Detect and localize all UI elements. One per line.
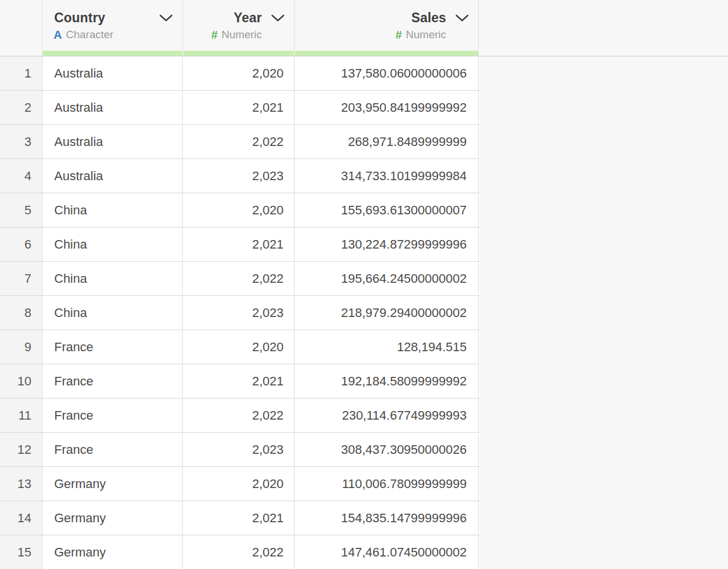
row-number: 1 bbox=[0, 56, 43, 90]
cell-year: 2,023 bbox=[183, 159, 295, 193]
table-header: Country A Character Year # Numeric bbox=[0, 0, 728, 56]
table-row: 14 Germany 2,021 154,835.14799999996 bbox=[0, 501, 479, 535]
row-number: 11 bbox=[0, 399, 43, 432]
cell-country: Australia bbox=[43, 91, 183, 124]
column-type-label: Numeric bbox=[406, 29, 446, 41]
column-type-label: Numeric bbox=[221, 29, 262, 41]
cell-year: 2,022 bbox=[183, 399, 295, 432]
cell-sales: 192,184.58099999992 bbox=[295, 364, 479, 398]
cell-sales: 155,693.61300000007 bbox=[295, 193, 479, 227]
cell-country: France bbox=[43, 399, 183, 432]
cell-country: China bbox=[43, 262, 183, 295]
row-number: 12 bbox=[0, 433, 43, 466]
cell-year: 2,023 bbox=[183, 296, 295, 330]
row-number: 9 bbox=[0, 330, 43, 364]
cell-country: Germany bbox=[43, 467, 183, 501]
row-number: 7 bbox=[0, 262, 43, 295]
cell-year: 2,021 bbox=[183, 501, 295, 535]
cell-sales: 137,580.06000000006 bbox=[295, 56, 479, 90]
cell-country: Australia bbox=[43, 125, 183, 158]
row-number: 10 bbox=[0, 364, 43, 398]
table-row: 6 China 2,021 130,224.87299999996 bbox=[0, 227, 479, 262]
table-row: 5 China 2,020 155,693.61300000007 bbox=[0, 193, 479, 227]
chevron-down-icon[interactable] bbox=[159, 14, 173, 22]
column-title: Year bbox=[234, 10, 262, 26]
cell-sales: 128,194.515 bbox=[295, 330, 479, 364]
cell-country: Australia bbox=[43, 56, 183, 90]
column-title: Country bbox=[54, 10, 106, 26]
table-row: 7 China 2,022 195,664.24500000002 bbox=[0, 262, 479, 296]
cell-year: 2,020 bbox=[183, 193, 295, 227]
cell-sales: 308,437.30950000026 bbox=[295, 433, 479, 466]
column-type-row: # Numeric bbox=[183, 27, 294, 42]
column-header-sales[interactable]: Sales # Numeric bbox=[295, 0, 479, 56]
table-row: 2 Australia 2,021 203,950.84199999992 bbox=[0, 91, 479, 125]
table-row: 1 Australia 2,020 137,580.06000000006 bbox=[0, 56, 479, 91]
row-number: 15 bbox=[0, 535, 43, 569]
cell-sales: 203,950.84199999992 bbox=[295, 91, 479, 124]
column-title-row: Sales bbox=[295, 9, 478, 27]
row-number: 13 bbox=[0, 467, 43, 501]
table-body: 1 Australia 2,020 137,580.06000000006 2 … bbox=[0, 56, 479, 569]
cell-sales: 314,733.10199999984 bbox=[295, 159, 479, 193]
cell-country: France bbox=[43, 364, 183, 398]
row-number: 3 bbox=[0, 125, 43, 158]
row-number-header bbox=[0, 0, 43, 56]
cell-country: China bbox=[43, 193, 183, 227]
column-type-label: Character bbox=[66, 29, 113, 41]
cell-country: China bbox=[43, 227, 183, 261]
column-summary-bar bbox=[295, 51, 478, 56]
column-summary-bar bbox=[43, 51, 182, 56]
cell-country: Australia bbox=[43, 159, 183, 193]
table-row: 9 France 2,020 128,194.515 bbox=[0, 330, 479, 364]
row-number: 2 bbox=[0, 91, 43, 124]
row-number: 6 bbox=[0, 227, 43, 261]
cell-year: 2,022 bbox=[183, 262, 295, 295]
header-row: Country A Character Year # Numeric bbox=[0, 0, 479, 56]
column-header-country[interactable]: Country A Character bbox=[43, 0, 183, 56]
cell-year: 2,020 bbox=[183, 56, 295, 90]
cell-year: 2,021 bbox=[183, 91, 295, 124]
chevron-down-icon[interactable] bbox=[455, 14, 469, 22]
cell-sales: 230,114.67749999993 bbox=[295, 399, 479, 432]
cell-year: 2,020 bbox=[183, 467, 295, 501]
column-type-row: A Character bbox=[43, 27, 182, 42]
table-row: 3 Australia 2,022 268,971.8489999999 bbox=[0, 125, 479, 159]
table-row: 8 China 2,023 218,979.29400000002 bbox=[0, 296, 479, 330]
table-row: 15 Germany 2,022 147,461.07450000002 bbox=[0, 535, 479, 569]
cell-sales: 147,461.07450000002 bbox=[295, 535, 479, 569]
cell-country: France bbox=[43, 330, 183, 364]
row-number: 8 bbox=[0, 296, 43, 330]
table-row: 12 France 2,023 308,437.30950000026 bbox=[0, 433, 479, 467]
cell-country: Germany bbox=[43, 501, 183, 535]
cell-sales: 154,835.14799999996 bbox=[295, 501, 479, 535]
column-summary-bar bbox=[183, 51, 294, 56]
table-row: 13 Germany 2,020 110,006.78099999999 bbox=[0, 467, 479, 501]
cell-year: 2,021 bbox=[183, 364, 295, 398]
row-number: 5 bbox=[0, 193, 43, 227]
cell-year: 2,020 bbox=[183, 330, 295, 364]
character-type-icon: A bbox=[54, 29, 62, 40]
cell-sales: 130,224.87299999996 bbox=[295, 227, 479, 261]
cell-sales: 218,979.29400000002 bbox=[295, 296, 479, 330]
column-type-row: # Numeric bbox=[295, 27, 478, 42]
table-row: 4 Australia 2,023 314,733.10199999984 bbox=[0, 159, 479, 193]
cell-country: Germany bbox=[43, 535, 183, 569]
cell-country: China bbox=[43, 296, 183, 330]
table-row: 10 France 2,021 192,184.58099999992 bbox=[0, 364, 479, 399]
cell-country: France bbox=[43, 433, 183, 466]
row-number: 14 bbox=[0, 501, 43, 535]
cell-year: 2,022 bbox=[183, 535, 295, 569]
row-number: 4 bbox=[0, 159, 43, 193]
column-title: Sales bbox=[411, 10, 446, 26]
column-header-year[interactable]: Year # Numeric bbox=[183, 0, 295, 56]
chevron-down-icon[interactable] bbox=[271, 14, 285, 22]
cell-year: 2,023 bbox=[183, 433, 295, 466]
numeric-type-icon: # bbox=[395, 29, 402, 40]
cell-sales: 195,664.24500000002 bbox=[295, 262, 479, 295]
table-row: 11 France 2,022 230,114.67749999993 bbox=[0, 399, 479, 433]
cell-year: 2,021 bbox=[183, 227, 295, 261]
cell-year: 2,022 bbox=[183, 125, 295, 158]
numeric-type-icon: # bbox=[211, 29, 217, 40]
cell-sales: 268,971.8489999999 bbox=[295, 125, 479, 158]
